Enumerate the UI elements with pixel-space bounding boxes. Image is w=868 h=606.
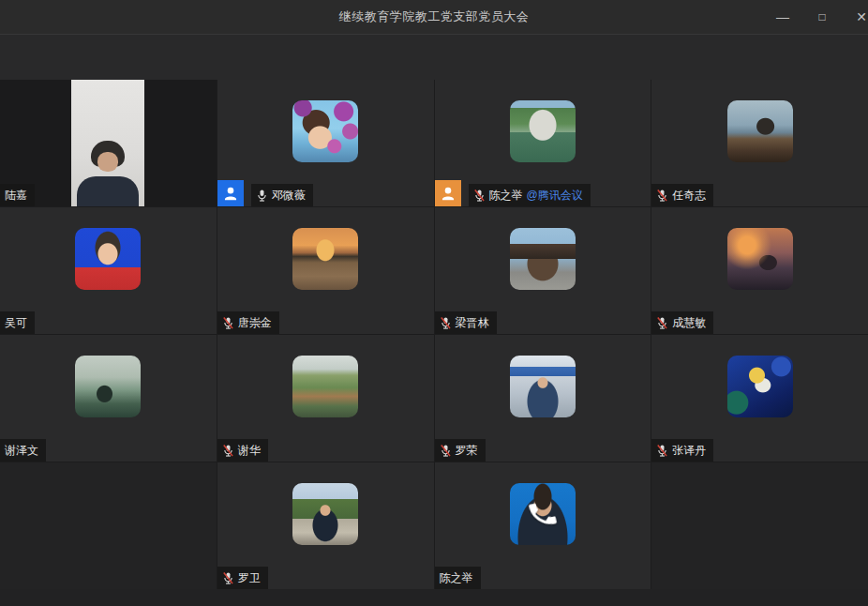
- participant-avatar: [75, 228, 141, 290]
- mic-on-icon: [256, 189, 268, 203]
- participant-tile[interactable]: 陈之举: [435, 462, 651, 589]
- bottom-strip: [0, 589, 868, 606]
- participants-grid: 陆嘉邓微薇陈之举@腾讯会议任奇志吴可唐崇金梁晋林成慧敏谢泽文谢华罗荣张译丹罗卫陈…: [0, 80, 868, 589]
- title-bar: 继续教育学院教工党支部党员大会 — □ ✕: [0, 0, 868, 34]
- nameplate-row: 罗卫: [217, 567, 268, 589]
- empty-grid-cell: [651, 462, 868, 589]
- participant-name: 邓微薇: [272, 188, 306, 204]
- participant-nameplate: 陈之举@腾讯会议: [469, 184, 591, 206]
- participant-name: 任奇志: [672, 188, 706, 204]
- participant-name: 谢泽文: [5, 443, 38, 459]
- mic-muted-icon: [656, 316, 668, 330]
- mic-muted-icon: [440, 316, 452, 330]
- mic-muted-icon: [656, 444, 668, 458]
- participant-name: 罗卫: [238, 570, 261, 586]
- nameplate-row: 陈之举: [435, 567, 481, 589]
- participant-name: 陈之举: [440, 570, 473, 586]
- meeting-window: 继续教育学院教工党支部党员大会 — □ ✕ 陆嘉邓微薇陈之举@腾讯会议任奇志吴可…: [0, 0, 868, 606]
- participant-avatar: [510, 483, 576, 545]
- participant-avatar: [292, 228, 358, 290]
- participant-nameplate: 任奇志: [651, 184, 713, 206]
- nameplate-row: 梁晋林: [435, 311, 497, 334]
- participant-name: 张译丹: [672, 443, 706, 459]
- participant-nameplate: 谢华: [217, 439, 268, 462]
- empty-grid-cell: [0, 462, 217, 589]
- video-person: [71, 80, 144, 206]
- participant-name: 陆嘉: [5, 188, 27, 204]
- nameplate-row: 唐崇金: [217, 311, 279, 334]
- participant-nameplate: 唐崇金: [217, 311, 279, 334]
- mic-muted-icon: [440, 444, 452, 458]
- participant-avatar: [727, 356, 793, 417]
- participant-name: 成慧敏: [672, 315, 706, 331]
- nameplate-row: 邓微薇: [217, 180, 313, 206]
- participant-name: 唐崇金: [238, 315, 272, 331]
- nameplate-row: 张译丹: [651, 439, 713, 462]
- mic-muted-icon: [222, 444, 234, 458]
- participant-name: 罗荣: [456, 443, 478, 459]
- nameplate-row: 任奇志: [651, 184, 713, 206]
- nameplate-row: 成慧敏: [651, 311, 713, 334]
- participant-avatar: [727, 100, 793, 162]
- participant-nameplate: 邓微薇: [251, 184, 313, 206]
- person-icon: [439, 184, 457, 203]
- participant-nameplate: 谢泽文: [0, 439, 46, 462]
- phone-icon: [524, 495, 561, 533]
- mic-muted-icon: [473, 189, 486, 203]
- user-role-badge: [435, 180, 461, 206]
- close-button[interactable]: ✕: [842, 0, 868, 34]
- person-icon: [221, 184, 240, 203]
- participant-tile[interactable]: 任奇志: [651, 80, 868, 206]
- participant-suffix: @腾讯会议: [527, 188, 583, 204]
- participant-tile[interactable]: 陈之举@腾讯会议: [435, 80, 651, 206]
- participant-tile[interactable]: 张译丹: [651, 335, 868, 462]
- nameplate-row: 陆嘉: [0, 184, 35, 206]
- participant-tile[interactable]: 谢泽文: [0, 335, 217, 462]
- participant-nameplate: 罗卫: [217, 567, 268, 589]
- participant-tile[interactable]: 谢华: [217, 335, 434, 462]
- participant-tile[interactable]: 唐崇金: [217, 207, 434, 334]
- participant-tile[interactable]: 罗卫: [217, 462, 434, 589]
- mic-muted-icon: [656, 189, 668, 203]
- participant-avatar: [510, 100, 576, 162]
- nameplate-row: 谢泽文: [0, 439, 46, 462]
- participant-tile[interactable]: 陆嘉: [0, 80, 217, 206]
- participant-nameplate: 陈之举: [435, 567, 481, 589]
- participant-nameplate: 成慧敏: [651, 311, 713, 334]
- participant-avatar: [75, 356, 141, 417]
- participant-avatar: [727, 228, 793, 290]
- participant-name: 梁晋林: [456, 315, 489, 331]
- participant-name: 吴可: [5, 315, 27, 331]
- toolbar-area: [0, 34, 868, 80]
- mic-muted-icon: [222, 316, 234, 330]
- user-role-badge: [217, 180, 244, 206]
- participant-avatar: [510, 228, 576, 290]
- participant-nameplate: 吴可: [0, 311, 35, 334]
- participant-nameplate: 张译丹: [651, 439, 713, 462]
- participant-nameplate: 罗荣: [435, 439, 486, 462]
- nameplate-row: 陈之举@腾讯会议: [435, 180, 591, 206]
- window-controls: — □ ✕: [763, 0, 868, 34]
- participant-tile[interactable]: 邓微薇: [217, 80, 434, 206]
- nameplate-row: 吴可: [0, 311, 35, 334]
- nameplate-row: 谢华: [217, 439, 268, 462]
- mic-muted-icon: [222, 571, 234, 585]
- participant-nameplate: 梁晋林: [435, 311, 497, 334]
- participant-avatar: [292, 356, 358, 417]
- participant-name: 陈之举: [489, 188, 523, 204]
- window-title: 继续教育学院教工党支部党员大会: [339, 8, 530, 25]
- maximize-button[interactable]: □: [802, 0, 842, 34]
- participant-tile[interactable]: 成慧敏: [651, 207, 868, 334]
- participant-name: 谢华: [238, 443, 261, 459]
- participant-tile[interactable]: 吴可: [0, 207, 217, 334]
- participant-avatar: [510, 356, 576, 417]
- minimize-button[interactable]: —: [763, 0, 802, 34]
- participant-avatar: [292, 483, 358, 545]
- participant-nameplate: 陆嘉: [0, 184, 35, 206]
- nameplate-row: 罗荣: [435, 439, 486, 462]
- participant-tile[interactable]: 梁晋林: [435, 207, 651, 334]
- participant-avatar: [292, 100, 358, 162]
- participant-tile[interactable]: 罗荣: [435, 335, 651, 462]
